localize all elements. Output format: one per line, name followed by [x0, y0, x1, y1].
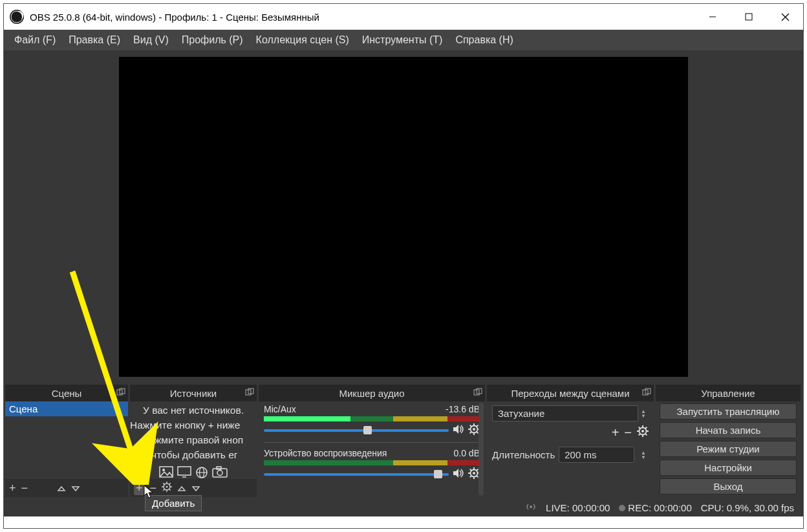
- mixer-header: Микшер аудио: [259, 385, 485, 401]
- controls-title: Управление: [701, 388, 755, 399]
- scene-down-button[interactable]: [71, 482, 80, 495]
- sources-empty-line: У вас нет источников.: [130, 403, 257, 418]
- sources-list[interactable]: У вас нет источников. Нажмите кнопку + н…: [130, 401, 257, 479]
- statusbar: LIVE: 00:00:00 REC: 00:00:00 CPU: 0.9%, …: [4, 498, 803, 516]
- sources-empty-line: нажмите правой кноп: [130, 432, 257, 447]
- volume-slider[interactable]: [264, 473, 449, 476]
- transitions-title: Переходы между сценами: [511, 388, 629, 399]
- mixer-dock: Микшер аудио Mic/Aux-13.6 dB Устройство: [259, 385, 485, 497]
- menu-tools[interactable]: Инструменты (T): [356, 34, 449, 46]
- svg-line-27: [169, 489, 171, 490]
- mixer-body: Mic/Aux-13.6 dB Устройство воспроизведен…: [259, 401, 485, 497]
- channel-db: -13.6 dB: [446, 404, 480, 414]
- settings-button[interactable]: Настройки: [660, 460, 797, 476]
- remove-scene-button[interactable]: −: [21, 482, 28, 495]
- menu-profile[interactable]: Профиль (P): [175, 34, 250, 46]
- channel-name: Устройство воспроизведения: [264, 448, 387, 458]
- channel-db: 0.0 dB: [454, 448, 480, 458]
- controls-body: Запустить трансляцию Начать запись Режим…: [656, 401, 801, 497]
- vu-meter: [264, 416, 480, 421]
- mixer-channel: Устройство воспроизведения0.0 dB: [264, 448, 480, 481]
- svg-line-62: [639, 434, 640, 435]
- source-settings-button[interactable]: [162, 482, 172, 495]
- cursor-icon: [144, 485, 155, 499]
- svg-line-61: [645, 434, 647, 435]
- svg-point-0: [10, 10, 24, 24]
- rec-dot-icon: [619, 505, 625, 511]
- speaker-icon[interactable]: [453, 424, 464, 436]
- scene-item[interactable]: Сцена: [5, 401, 128, 416]
- svg-rect-3: [746, 14, 752, 20]
- source-down-button[interactable]: [191, 482, 200, 495]
- svg-line-63: [645, 427, 647, 429]
- popout-icon[interactable]: [473, 388, 482, 397]
- scenes-list[interactable]: Сцена: [5, 401, 128, 479]
- add-scene-button[interactable]: +: [9, 482, 16, 495]
- titlebar: OBS 25.0.8 (64-bit, windows) - Профиль: …: [4, 4, 803, 30]
- svg-point-33: [473, 428, 475, 431]
- remove-transition-button[interactable]: −: [624, 425, 632, 440]
- controls-dock: Управление Запустить трансляцию Начать з…: [656, 385, 801, 497]
- exit-button[interactable]: Выход: [660, 478, 797, 495]
- display-icon: [177, 466, 191, 479]
- svg-point-64: [530, 505, 532, 508]
- volume-slider[interactable]: [264, 429, 449, 432]
- svg-line-38: [470, 425, 471, 427]
- channel-name: Mic/Aux: [264, 404, 296, 414]
- duration-label: Длительность: [492, 449, 555, 460]
- svg-line-50: [470, 476, 471, 477]
- mixer-title: Микшер аудио: [339, 388, 405, 399]
- svg-line-60: [639, 427, 640, 429]
- globe-icon: [195, 466, 208, 479]
- sources-dock: Источники У вас нет источников. Нажмите …: [130, 385, 257, 497]
- svg-point-43: [473, 472, 475, 474]
- spinner-icon[interactable]: ▲▼: [638, 451, 649, 460]
- speaker-icon[interactable]: [453, 468, 464, 480]
- svg-point-21: [166, 485, 168, 487]
- controls-header: Управление: [656, 385, 801, 401]
- popout-icon[interactable]: [642, 388, 651, 397]
- sources-title: Источники: [170, 388, 217, 399]
- image-icon: [159, 466, 173, 479]
- sources-empty-line: есь, чтобы добавить ег: [130, 447, 257, 462]
- menu-view[interactable]: Вид (V): [127, 34, 175, 46]
- scenes-header: Сцены: [5, 385, 128, 401]
- menu-file[interactable]: Файл (F): [8, 34, 62, 46]
- menubar: Файл (F) Правка (E) Вид (V) Профиль (P) …: [4, 30, 803, 50]
- menu-edit[interactable]: Правка (E): [62, 34, 127, 46]
- scenes-toolbar: + −: [5, 479, 128, 497]
- start-streaming-button[interactable]: Запустить трансляцию: [660, 403, 797, 420]
- menu-help[interactable]: Справка (H): [449, 34, 519, 46]
- svg-rect-18: [217, 467, 221, 469]
- minimize-button[interactable]: [694, 4, 731, 30]
- add-transition-button[interactable]: +: [612, 425, 619, 440]
- svg-line-40: [470, 432, 471, 433]
- popout-icon[interactable]: [245, 388, 254, 397]
- svg-line-29: [169, 483, 171, 484]
- studio-mode-button[interactable]: Режим студии: [660, 441, 797, 457]
- svg-point-19: [217, 471, 222, 476]
- cpu-status: CPU: 0.9%, 30.00 fps: [701, 502, 794, 513]
- menu-scene-collection[interactable]: Коллекция сцен (S): [250, 34, 356, 46]
- start-recording-button[interactable]: Начать запись: [660, 422, 797, 438]
- maximize-button[interactable]: [731, 4, 767, 30]
- svg-line-48: [470, 469, 471, 471]
- scene-up-button[interactable]: [57, 482, 66, 495]
- duration-input[interactable]: 200 ms: [559, 447, 634, 463]
- transition-select[interactable]: Затухание: [492, 405, 638, 421]
- source-up-button[interactable]: [177, 482, 186, 495]
- svg-point-55: [641, 430, 644, 432]
- transitions-header: Переходы между сценами: [487, 385, 654, 401]
- vu-meter: [264, 460, 480, 465]
- popout-icon[interactable]: [116, 388, 125, 397]
- transitions-dock: Переходы между сценами Затухание ▲▼ + − …: [487, 385, 654, 497]
- rec-status: REC: 00:00:00: [628, 502, 691, 513]
- mixer-channel: Mic/Aux-13.6 dB: [264, 404, 480, 437]
- sources-empty-line: Нажмите кнопку + ниже: [130, 418, 257, 432]
- close-button[interactable]: [767, 4, 803, 30]
- transitions-body: Затухание ▲▼ + − Длительность 200 ms ▲▼: [487, 401, 654, 497]
- svg-rect-12: [178, 467, 191, 475]
- preview-canvas[interactable]: [119, 57, 688, 377]
- dropdown-icon[interactable]: ▲▼: [638, 409, 649, 418]
- transition-settings-button[interactable]: [637, 425, 649, 440]
